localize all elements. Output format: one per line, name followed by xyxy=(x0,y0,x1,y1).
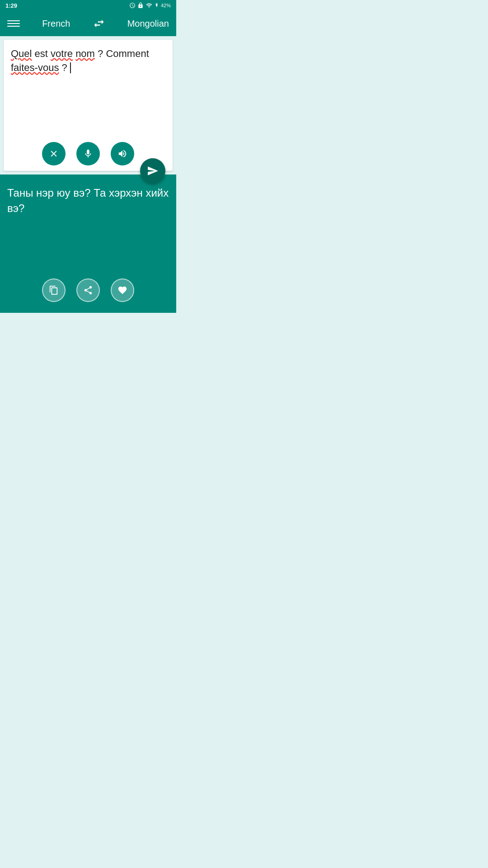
source-panel: Quel est votre nom ? Comment faites-vous… xyxy=(4,40,173,171)
word-votre: votre xyxy=(51,48,73,59)
swap-languages-button[interactable] xyxy=(93,17,105,30)
source-language-button[interactable]: French xyxy=(42,19,70,29)
translate-button[interactable] xyxy=(140,158,165,184)
source-text-area[interactable]: Quel est votre nom ? Comment faites-vous… xyxy=(4,40,173,137)
target-actions xyxy=(0,273,176,313)
lock-icon xyxy=(137,2,144,9)
share-button[interactable] xyxy=(76,278,100,302)
volume-icon xyxy=(117,149,127,159)
favorite-button[interactable] xyxy=(111,278,134,302)
target-language-button[interactable]: Mongolian xyxy=(127,19,169,29)
target-panel: Таны нэр юу вэ? Та хэрхэн хийх вэ? xyxy=(0,175,176,313)
signal-icon xyxy=(145,2,153,9)
alarm-icon xyxy=(129,2,136,9)
target-text-area: Таны нэр юу вэ? Та хэрхэн хийх вэ? xyxy=(0,175,176,273)
send-icon xyxy=(147,165,159,177)
status-time: 1:29 xyxy=(5,2,17,9)
microphone-button[interactable] xyxy=(76,142,100,165)
close-icon xyxy=(49,149,59,159)
text-cursor xyxy=(70,62,71,73)
battery-level: 42% xyxy=(161,3,171,8)
toolbar: French Mongolian xyxy=(0,11,176,36)
word-faites-vous: faites-vous xyxy=(11,62,59,73)
microphone-icon xyxy=(83,149,93,159)
menu-button[interactable] xyxy=(7,20,20,27)
word-nom: nom xyxy=(75,48,95,59)
charging-icon xyxy=(155,2,159,9)
main-content: Quel est votre nom ? Comment faites-vous… xyxy=(0,36,176,313)
word-quel: Quel xyxy=(11,48,32,59)
speak-button[interactable] xyxy=(111,142,134,165)
clear-button[interactable] xyxy=(42,142,66,165)
copy-button[interactable] xyxy=(42,278,66,302)
copy-icon xyxy=(49,285,59,295)
status-bar: 1:29 42% xyxy=(0,0,176,11)
share-icon xyxy=(83,285,93,295)
heart-icon xyxy=(117,285,127,295)
status-icons: 42% xyxy=(129,2,171,9)
